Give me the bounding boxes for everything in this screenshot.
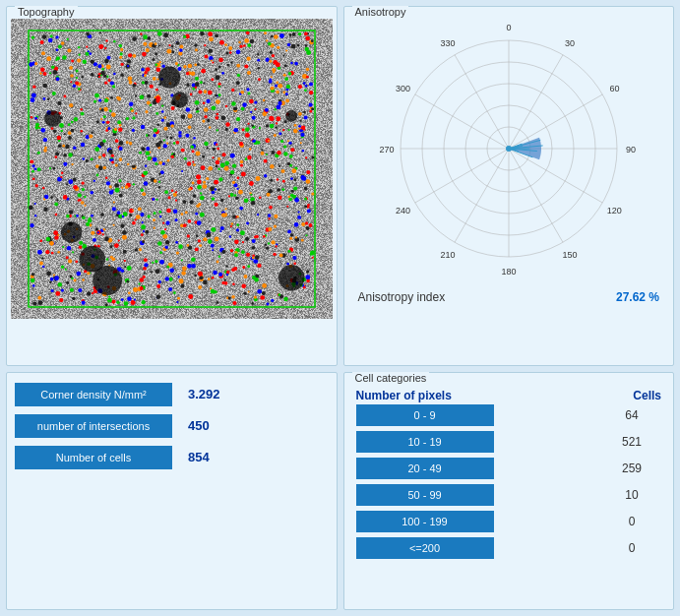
topography-image [11,19,333,319]
intersections-row: number of intersections 450 [15,414,329,438]
svg-text:240: 240 [396,206,410,216]
num-cells-button[interactable]: Number of cells [15,446,172,469]
svg-text:330: 330 [440,38,455,48]
cell-range-button[interactable]: 100 - 199 [356,511,494,532]
cell-table-row: 0 - 9 64 [348,404,670,426]
cell-range-button[interactable]: 20 - 49 [356,458,494,479]
cell-categories-title: Cell categories [352,372,430,384]
cell-count: 521 [602,435,661,449]
intersections-button[interactable]: number of intersections [15,414,172,438]
svg-point-39 [506,146,512,152]
main-container: Topography Anisotropy 906012030150018033… [0,0,680,616]
topography-canvas [11,19,333,319]
cell-count: 259 [602,462,661,475]
col-pixels-header: Number of pixels [356,389,452,402]
svg-text:120: 120 [607,206,622,216]
num-cells-value: 854 [188,450,210,464]
cell-categories-panel: Cell categories Number of pixels Cells 0… [343,372,675,611]
svg-text:300: 300 [396,84,410,93]
cell-count: 0 [602,515,661,528]
cell-range-button[interactable]: 50 - 99 [356,484,494,506]
topography-title: Topography [15,6,78,18]
cell-table: Number of pixels Cells 0 - 9 64 10 - 19 … [348,387,670,559]
cell-count: 64 [602,408,661,422]
cell-range-button[interactable]: <=200 [356,537,494,559]
svg-text:180: 180 [501,267,516,277]
svg-text:270: 270 [379,145,394,154]
intersections-value: 450 [188,418,210,433]
cell-range-button[interactable]: 10 - 19 [356,431,494,453]
num-cells-row: Number of cells 854 [15,446,329,469]
cell-table-row: 50 - 99 10 [348,484,670,506]
topography-panel: Topography [6,6,338,366]
svg-text:210: 210 [440,250,455,260]
cell-table-row: 100 - 199 0 [348,511,670,532]
anisotropy-panel: Anisotropy 90601203015001803302103002402… [343,6,675,366]
cell-table-row: 20 - 49 259 [348,458,670,479]
stats-panel: Corner density N/mm² 3.292 number of int… [6,372,338,611]
anisotropy-content: 9060120301500180330210300240270 Anisotro… [348,19,670,306]
col-cells-header: Cells [633,389,661,402]
svg-text:150: 150 [562,250,577,260]
cell-table-row: 10 - 19 521 [348,431,670,453]
anisotropy-index-label: Anisotropy index [358,290,446,304]
cell-count: 10 [602,488,661,502]
anisotropy-index-row: Anisotropy index 27.62 % [348,284,670,306]
corner-density-button[interactable]: Corner density N/mm² [15,383,172,406]
cell-count: 0 [602,541,661,555]
cell-table-header: Number of pixels Cells [348,387,670,404]
corner-density-row: Corner density N/mm² 3.292 [15,383,329,406]
polar-chart: 9060120301500180330210300240270 [371,19,647,284]
cell-table-row: <=200 0 [348,537,670,559]
anisotropy-title: Anisotropy [352,6,409,18]
corner-density-value: 3.292 [188,387,220,401]
svg-text:30: 30 [565,38,575,48]
anisotropy-index-value: 27.62 % [616,290,659,304]
svg-text:90: 90 [626,145,636,154]
svg-text:0: 0 [506,23,511,32]
svg-text:60: 60 [609,84,619,93]
cell-rows-container: 0 - 9 64 10 - 19 521 20 - 49 259 50 - 99… [348,404,670,559]
cell-range-button[interactable]: 0 - 9 [356,404,494,426]
